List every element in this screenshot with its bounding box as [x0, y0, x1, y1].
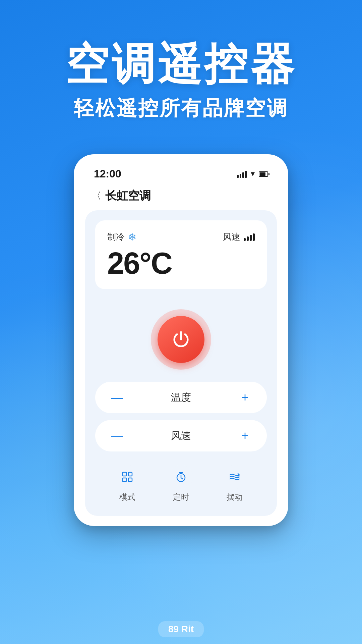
power-glow	[151, 309, 211, 370]
signal-bar-2	[240, 174, 241, 178]
bottom-badge: 89 Rit	[158, 621, 204, 637]
wind-bar-4	[253, 233, 255, 241]
status-time: 12:00	[94, 168, 121, 180]
signal-icon	[237, 170, 247, 178]
temperature-display: 26°C	[107, 248, 255, 278]
mode-icon	[121, 471, 133, 483]
bottom-tabs: 模式 定时	[95, 458, 267, 506]
swing-tab-label: 摆动	[227, 492, 243, 502]
svg-rect-1	[128, 472, 132, 476]
wind-bars-icon	[244, 233, 255, 241]
ac-control-container: 制冷 ❄ 风速 26°C	[85, 210, 277, 516]
status-row: 制冷 ❄ 风速	[107, 231, 255, 243]
svg-rect-0	[123, 472, 126, 476]
mode-icon-circle	[115, 465, 139, 489]
timer-tab-label: 定时	[173, 492, 189, 502]
svg-rect-3	[128, 478, 132, 482]
temperature-plus-button[interactable]: +	[237, 389, 253, 406]
swing-icon-circle	[223, 465, 247, 489]
wind-text: 风速	[223, 231, 240, 243]
wind-bar-1	[244, 238, 246, 241]
signal-bar-3	[242, 172, 244, 178]
wind-minus-button[interactable]: —	[109, 427, 125, 444]
signal-bar-4	[245, 171, 247, 178]
phone-mockup: 12:00 ▼ 〈 长虹空调	[74, 154, 288, 526]
signal-bar-1	[237, 175, 239, 178]
power-section	[95, 299, 267, 382]
tab-swing[interactable]: 摆动	[223, 465, 247, 502]
nav-title: 长虹空调	[105, 188, 151, 204]
status-icons: ▼	[237, 170, 268, 178]
timer-icon-circle	[169, 465, 193, 489]
battery-fill	[260, 172, 265, 176]
wind-bar-3	[250, 235, 252, 241]
header-section: 空调遥控器 轻松遥控所有品牌空调	[0, 0, 362, 122]
wind-label: 风速	[171, 429, 191, 443]
wind-bar-2	[247, 236, 249, 241]
temperature-label: 温度	[171, 391, 191, 405]
mode-label: 制冷 ❄	[107, 231, 136, 243]
nav-bar: 〈 长虹空调	[84, 185, 278, 210]
timer-icon	[175, 471, 187, 483]
phone-frame: 12:00 ▼ 〈 长虹空调	[74, 154, 288, 526]
sub-title: 轻松遥控所有品牌空调	[0, 95, 362, 122]
status-card: 制冷 ❄ 风速 26°C	[95, 220, 267, 289]
data-icon: ▼	[249, 170, 256, 178]
mode-text: 制冷	[107, 231, 125, 243]
svg-rect-2	[123, 478, 126, 482]
bottom-text-area: 89 Rit	[0, 621, 362, 637]
main-title: 空调遥控器	[0, 40, 362, 88]
wind-plus-button[interactable]: +	[237, 427, 253, 444]
temperature-control-row: — 温度 +	[95, 382, 267, 413]
snowflake-icon: ❄	[128, 231, 136, 243]
temperature-minus-button[interactable]: —	[109, 389, 125, 406]
power-icon	[171, 329, 191, 350]
status-bar: 12:00 ▼	[84, 164, 278, 185]
wind-status-label: 风速	[223, 231, 255, 243]
mode-tab-label: 模式	[119, 492, 135, 502]
battery-icon	[259, 171, 268, 177]
swing-icon	[229, 471, 241, 483]
wind-control-row: — 风速 +	[95, 420, 267, 451]
back-button[interactable]: 〈	[92, 190, 101, 202]
power-button[interactable]	[158, 316, 204, 363]
tab-mode[interactable]: 模式	[115, 465, 139, 502]
tab-timer[interactable]: 定时	[169, 465, 193, 502]
